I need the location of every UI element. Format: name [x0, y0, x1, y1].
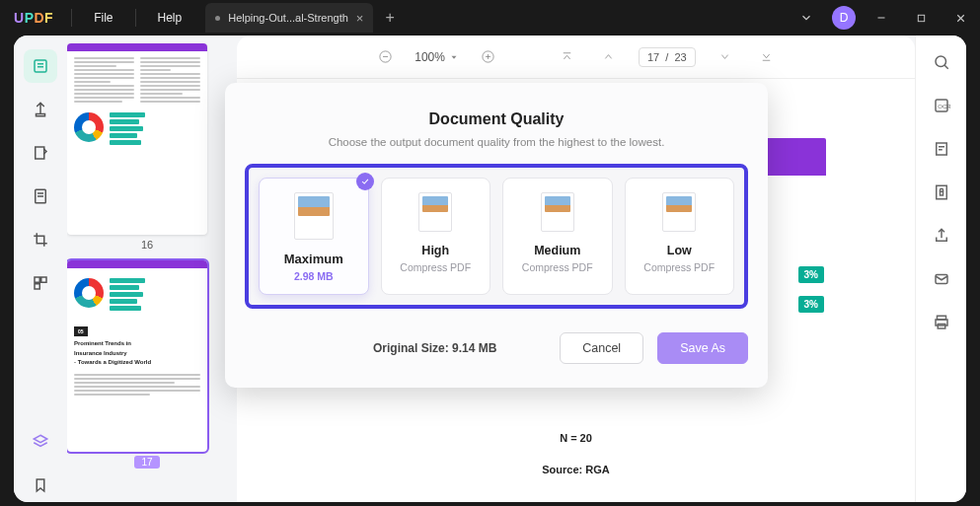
svg-marker-15: [34, 435, 47, 443]
save-as-button[interactable]: Save As: [657, 332, 748, 364]
close-tab-icon[interactable]: ×: [356, 11, 364, 26]
thumbnail-panel: 16 05 Prominent Trends in Insurance Indu…: [67, 36, 237, 502]
tools-icon[interactable]: [24, 266, 57, 300]
dialog-subtitle: Choose the output document quality from …: [245, 136, 748, 148]
window-close-button[interactable]: [941, 0, 980, 36]
svg-rect-7: [37, 114, 45, 116]
next-page-button[interactable]: [714, 45, 737, 69]
data-badge: 3%: [798, 296, 824, 313]
print-icon[interactable]: [933, 314, 950, 335]
comment-tool-icon[interactable]: [24, 93, 57, 126]
layers-icon[interactable]: [24, 425, 57, 459]
left-toolbar: [14, 36, 67, 502]
app-logo: UPDF: [0, 10, 67, 26]
quality-option-low[interactable]: Low Compress PDF: [625, 178, 735, 295]
thumbnail-16[interactable]: 16: [67, 43, 227, 251]
svg-point-24: [936, 56, 946, 67]
titlebar: UPDF File Help Helping-Out...al-Strength…: [0, 0, 980, 36]
thumbnail-label: 16: [67, 239, 227, 251]
user-avatar[interactable]: D: [832, 6, 856, 30]
data-badge: 3%: [798, 266, 824, 283]
quality-options: Maximum 2.98 MB High Compress PDF Medium…: [245, 164, 748, 309]
zoom-out-button[interactable]: [373, 45, 397, 69]
email-icon[interactable]: [933, 270, 950, 292]
share-icon[interactable]: [933, 227, 950, 249]
organize-tool-icon[interactable]: [24, 180, 57, 213]
edit-tool-icon[interactable]: [24, 136, 57, 170]
svg-rect-14: [35, 284, 39, 289]
svg-rect-1: [918, 15, 924, 21]
selected-check-icon: [356, 173, 374, 190]
original-size-label: Original Size: 9.14 MB: [373, 341, 496, 355]
chart-source-label: Source: RGA: [296, 464, 856, 475]
svg-marker-18: [451, 55, 456, 58]
add-tab-button[interactable]: +: [385, 9, 394, 27]
svg-rect-32: [940, 191, 942, 195]
last-page-button[interactable]: [755, 45, 779, 69]
dialog-title: Document Quality: [245, 110, 748, 128]
zoom-in-button[interactable]: [477, 45, 500, 69]
first-page-button[interactable]: [556, 45, 579, 69]
right-toolbar: OCR: [915, 36, 966, 502]
document-tab[interactable]: Helping-Out...al-Strength ×: [205, 3, 373, 33]
quality-option-high[interactable]: High Compress PDF: [381, 178, 491, 295]
thumbnail-label: 17: [67, 456, 227, 468]
menu-help[interactable]: Help: [140, 11, 200, 25]
window-maximize-button[interactable]: [901, 0, 941, 36]
reader-tool-icon[interactable]: [24, 49, 57, 83]
quality-option-maximum[interactable]: Maximum 2.98 MB: [259, 178, 369, 295]
zoom-level[interactable]: 100%: [415, 50, 459, 64]
tab-title: Helping-Out...al-Strength: [228, 12, 348, 24]
bookmark-icon[interactable]: [24, 469, 57, 502]
viewer-toolbar: 100% 17 / 23: [237, 36, 915, 79]
search-icon[interactable]: [933, 53, 950, 75]
svg-rect-12: [35, 277, 39, 282]
window-minimize-button[interactable]: [862, 0, 901, 36]
svg-rect-8: [36, 147, 44, 159]
prev-page-button[interactable]: [597, 45, 621, 69]
document-quality-dialog: Document Quality Choose the output docum…: [225, 83, 768, 388]
ocr-icon[interactable]: OCR: [933, 97, 950, 118]
svg-text:OCR: OCR: [938, 104, 950, 109]
crop-tool-icon[interactable]: [24, 223, 57, 256]
protect-icon[interactable]: [933, 183, 950, 205]
page-input[interactable]: 17 / 23: [639, 47, 696, 67]
chart-n-label: N = 20: [296, 432, 856, 444]
menu-file[interactable]: File: [76, 11, 130, 25]
dropdown-button[interactable]: [787, 0, 826, 36]
svg-line-25: [944, 65, 948, 69]
form-icon[interactable]: [933, 140, 950, 162]
tab-indicator-icon: [215, 16, 220, 21]
quality-option-medium[interactable]: Medium Compress PDF: [502, 178, 613, 295]
svg-rect-13: [41, 277, 46, 282]
cancel-button[interactable]: Cancel: [560, 332, 643, 364]
thumbnail-17[interactable]: 05 Prominent Trends in Insurance Industr…: [67, 260, 227, 468]
